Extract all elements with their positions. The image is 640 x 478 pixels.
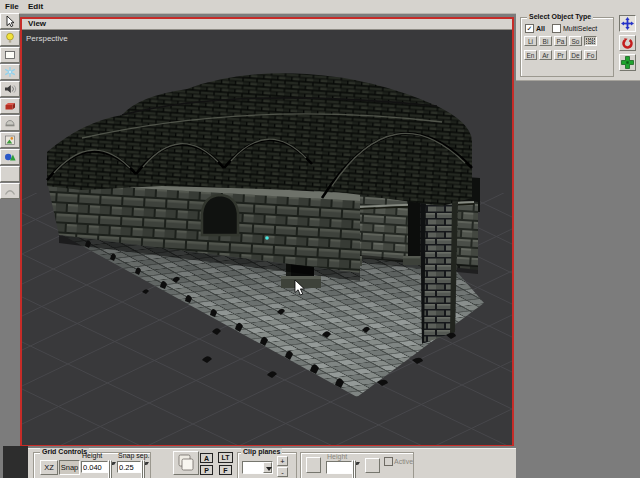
speaker-icon xyxy=(3,83,17,95)
type-button-ar[interactable]: Ar xyxy=(539,50,552,60)
active-checkbox-label: Active xyxy=(394,458,413,465)
dome-lamp-icon xyxy=(3,117,17,129)
active-checkbox[interactable] xyxy=(384,457,393,466)
type-button-st[interactable]: St xyxy=(584,36,597,46)
snap-toggle-button[interactable]: Snap xyxy=(59,460,80,475)
type-button-so[interactable]: So xyxy=(569,36,582,46)
type-button-bi[interactable]: Bi xyxy=(539,36,552,46)
camera-mode-label: Perspective xyxy=(26,34,68,43)
height-input[interactable] xyxy=(81,461,108,473)
grid-controls-group: Grid Controls XZ Snap Height Snap sep. xyxy=(33,452,151,478)
clip-planes-group: Clip planes + - xyxy=(237,452,297,478)
multiselect-checkbox-label: MultiSelect xyxy=(563,25,597,32)
picture-icon xyxy=(3,134,17,146)
tool-primitive-button[interactable] xyxy=(0,98,20,114)
type-button-fo[interactable]: Fo xyxy=(584,50,597,60)
clip-blank-button-2[interactable] xyxy=(365,458,380,473)
pages-button[interactable] xyxy=(173,451,199,475)
all-checkbox-label: All xyxy=(536,25,545,32)
clip-height-label: Height xyxy=(327,453,347,460)
clip-plane-remove-button[interactable]: - xyxy=(277,467,288,477)
toggle-a-button[interactable]: A xyxy=(200,453,213,463)
tool-curve-button[interactable] xyxy=(0,183,20,199)
viewport-title-bar[interactable]: View xyxy=(22,19,512,30)
menu-edit[interactable]: Edit xyxy=(25,1,46,12)
arch-doorway xyxy=(202,195,238,235)
height-spinner[interactable] xyxy=(108,461,115,478)
menu-file[interactable]: File xyxy=(2,1,22,12)
bottom-panel: Grid Controls XZ Snap Height Snap sep. A… xyxy=(28,448,516,478)
tool-lamp-button[interactable] xyxy=(0,115,20,131)
bottom-left-shadow xyxy=(3,446,28,478)
tool-sound-button[interactable] xyxy=(0,81,20,97)
select-object-type-group: Select Object Type ✓ All MultiSelect Li … xyxy=(520,17,614,77)
type-button-li[interactable]: Li xyxy=(524,36,537,46)
clip-plane-dropdown[interactable] xyxy=(242,461,273,474)
select-object-type-title: Select Object Type xyxy=(527,13,593,20)
tool-decal-button[interactable] xyxy=(0,132,20,148)
tool-select-button[interactable] xyxy=(0,13,20,29)
height-label: Height xyxy=(82,452,102,459)
red-box-icon xyxy=(3,100,17,112)
grid-plane-xz-button[interactable]: XZ xyxy=(40,460,58,475)
viewport-3d-scene xyxy=(22,30,512,445)
rotate-tool-button[interactable] xyxy=(619,35,636,51)
lightbulb-icon xyxy=(3,32,17,44)
toggle-lt-button[interactable]: LT xyxy=(218,452,233,463)
gray-arc-icon xyxy=(3,185,17,197)
viewport-3d-canvas[interactable]: Perspective xyxy=(22,30,512,445)
tool-empty-button[interactable] xyxy=(0,166,20,182)
rotate-circle-icon xyxy=(621,37,634,50)
multiselect-checkbox[interactable] xyxy=(552,24,561,33)
clip-height-group: Height Active xyxy=(300,452,414,478)
type-button-en[interactable]: En xyxy=(524,50,537,60)
move-arrows-icon xyxy=(621,17,634,30)
snap-sep-spinner[interactable] xyxy=(141,461,148,478)
overlapping-pages-icon xyxy=(176,453,196,473)
tool-billboard-button[interactable] xyxy=(0,149,20,165)
toggle-f-button[interactable]: F xyxy=(219,465,232,475)
all-checkbox[interactable]: ✓ xyxy=(525,24,534,33)
menu-bar: File Edit xyxy=(0,0,640,14)
right-broken-wall xyxy=(420,196,458,344)
arrow-cursor-icon xyxy=(3,15,17,27)
snap-sep-label: Snap sep. xyxy=(118,452,150,459)
white-quad-icon xyxy=(3,49,17,61)
dropdown-arrow-icon[interactable] xyxy=(263,462,272,473)
snowflake-icon xyxy=(3,66,17,78)
tool-light-button[interactable] xyxy=(0,30,20,46)
add-tool-button[interactable] xyxy=(619,54,636,71)
type-button-de[interactable]: De xyxy=(569,50,582,60)
green-plus-icon xyxy=(621,56,634,69)
selection-marker-dot xyxy=(265,236,269,240)
snap-sep-input[interactable] xyxy=(117,461,141,473)
clip-height-spinner[interactable] xyxy=(352,461,359,478)
clip-planes-title: Clip planes xyxy=(241,448,282,455)
viewport-window: View Perspective xyxy=(20,17,514,446)
tool-plane-button[interactable] xyxy=(0,47,20,63)
clip-height-input[interactable] xyxy=(326,461,352,474)
type-button-pr[interactable]: Pr xyxy=(554,50,567,60)
move-tool-button[interactable] xyxy=(619,15,636,32)
blue-green-shapes-icon xyxy=(3,151,17,163)
clip-plane-add-button[interactable]: + xyxy=(277,456,288,466)
type-button-pa[interactable]: Pa xyxy=(554,36,567,46)
toggle-p-button[interactable]: P xyxy=(200,465,213,475)
tool-particle-button[interactable] xyxy=(0,64,20,80)
clip-blank-button-1[interactable] xyxy=(306,457,321,473)
